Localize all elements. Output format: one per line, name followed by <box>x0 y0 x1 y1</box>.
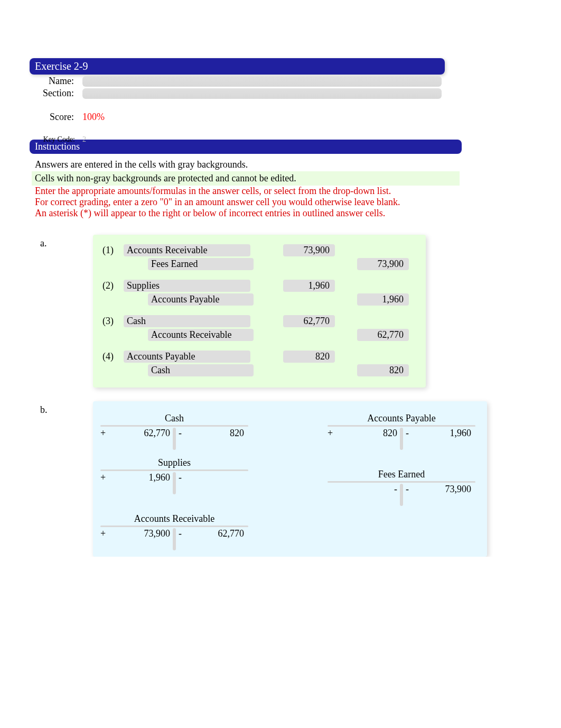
debit-amount-cell[interactable]: 1,960 <box>283 280 335 292</box>
instructions-block: Answers are entered in the cells with gr… <box>32 158 460 219</box>
instruction-line: Cells with non-gray backgrounds are prot… <box>32 171 460 186</box>
taccount-title: Fees Earned <box>328 469 475 480</box>
credit-amount-cell[interactable]: 73,900 <box>357 258 409 270</box>
instructions-title-bar: Instructions <box>30 140 462 154</box>
debit-amount-cell[interactable]: 62,770 <box>283 315 335 327</box>
taccount-credit-value[interactable]: 1,960 <box>410 428 475 439</box>
debit-account-cell[interactable]: Accounts Receivable <box>124 244 250 256</box>
taccount-divider <box>173 472 176 494</box>
taccount-title: Cash <box>100 413 248 424</box>
taccount-section: Cash + 62,770 - 820 Accounts Payable <box>93 401 487 557</box>
credit-amount-cell[interactable]: 62,770 <box>357 329 409 341</box>
credit-amount-cell[interactable]: 1,960 <box>357 293 409 306</box>
taccount-credit-value[interactable]: 73,900 <box>410 484 475 495</box>
part-a: a. (1) Accounts Receivable 73,900 Fees E… <box>40 235 561 388</box>
taccount-bar <box>328 481 475 483</box>
taccount-debit-value[interactable]: 820 <box>336 428 401 439</box>
taccount-title: Accounts Payable <box>328 413 475 424</box>
taccount-debit-value[interactable]: 1,960 <box>109 472 174 483</box>
journal-section: (1) Accounts Receivable 73,900 Fees Earn… <box>93 235 426 388</box>
credit-account-cell[interactable]: Accounts Receivable <box>148 329 254 341</box>
plus-sign: + <box>328 428 336 439</box>
journal-entry: (1) Accounts Receivable 73,900 Fees Earn… <box>98 244 420 270</box>
credit-account-cell[interactable]: Accounts Payable <box>148 293 254 306</box>
name-row: Name: <box>32 76 561 87</box>
debit-account-cell[interactable]: Cash <box>124 315 250 327</box>
taccount-cash: Cash + 62,770 - 820 <box>100 413 248 441</box>
name-label: Name: <box>32 76 82 87</box>
part-b: b. Cash + 62,770 - 820 <box>40 401 561 557</box>
section-row: Section: <box>32 88 561 99</box>
plus-sign: + <box>100 472 109 483</box>
section-input[interactable] <box>82 88 442 99</box>
journal-entry: (4) Accounts Payable 820 Cash 820 <box>98 351 420 376</box>
taccount-divider <box>173 528 176 550</box>
part-b-label: b. <box>40 404 48 416</box>
debit-amount-cell[interactable]: 73,900 <box>283 244 335 256</box>
score-value: 100% <box>82 112 105 123</box>
score-row: Score: 100% <box>32 112 561 123</box>
taccount-accounts-payable: Accounts Payable + 820 - 1,960 <box>328 413 475 441</box>
taccount-bar <box>100 425 248 427</box>
instruction-line: An asterisk (*) will appear to the right… <box>32 208 460 219</box>
instruction-line: Enter the appropriate amounts/formulas i… <box>32 186 460 197</box>
score-label: Score: <box>32 112 82 123</box>
entry-number: (4) <box>98 351 124 362</box>
journal-entry: (2) Supplies 1,960 Accounts Payable 1,96… <box>98 280 420 306</box>
taccount-fees-earned: Fees Earned - - 73,900 <box>328 469 475 497</box>
debit-account-cell[interactable]: Accounts Payable <box>124 351 250 363</box>
taccount-row: Supplies + 1,960 - Fees Earned <box>100 457 480 497</box>
instructions-title: Instructions <box>35 141 80 152</box>
journal-entry: (3) Cash 62,770 Accounts Receivable 62,7… <box>98 315 420 341</box>
debit-account-cell[interactable]: Supplies <box>124 280 250 292</box>
taccount-title: Supplies <box>100 457 248 468</box>
taccount-row: Accounts Receivable + 73,900 - 62,770 <box>100 513 480 542</box>
credit-account-cell[interactable]: Fees Earned <box>148 258 254 270</box>
entry-number: (1) <box>98 245 124 256</box>
name-input[interactable] <box>82 76 442 87</box>
taccount-title: Accounts Receivable <box>100 513 248 524</box>
taccount-debit-value[interactable]: - <box>336 484 401 495</box>
debit-amount-cell[interactable]: 820 <box>283 351 335 363</box>
taccount-debit-value[interactable]: 62,770 <box>109 428 174 439</box>
credit-account-cell[interactable]: Cash <box>148 364 254 376</box>
taccount-bar <box>328 425 475 427</box>
plus-sign: + <box>100 428 109 439</box>
credit-amount-cell[interactable]: 820 <box>357 364 409 376</box>
taccount-divider <box>400 484 403 506</box>
plus-sign: + <box>100 528 109 539</box>
keycode-value: 2 <box>82 135 86 144</box>
entry-number: (3) <box>98 316 124 327</box>
entry-number: (2) <box>98 280 124 291</box>
section-label: Section: <box>32 88 82 99</box>
taccount-debit-value[interactable]: 73,900 <box>109 528 174 539</box>
taccount-credit-value[interactable]: 820 <box>183 428 248 439</box>
taccount-bar <box>100 526 248 527</box>
part-a-label: a. <box>40 238 47 249</box>
taccount-divider <box>173 428 176 450</box>
taccount-divider <box>400 428 403 450</box>
taccount-credit-value[interactable]: 62,770 <box>183 528 248 539</box>
instruction-line: For correct grading, enter a zero "0" in… <box>32 197 460 208</box>
exercise-title-bar: Exercise 2-9 <box>30 58 445 75</box>
taccount-accounts-receivable: Accounts Receivable + 73,900 - 62,770 <box>100 513 248 542</box>
exercise-title: Exercise 2-9 <box>35 60 88 72</box>
taccount-bar <box>100 469 248 471</box>
instruction-line: Answers are entered in the cells with gr… <box>32 158 460 171</box>
taccount-supplies: Supplies + 1,960 - <box>100 457 248 497</box>
taccount-row: Cash + 62,770 - 820 Accounts Payable <box>100 413 480 441</box>
